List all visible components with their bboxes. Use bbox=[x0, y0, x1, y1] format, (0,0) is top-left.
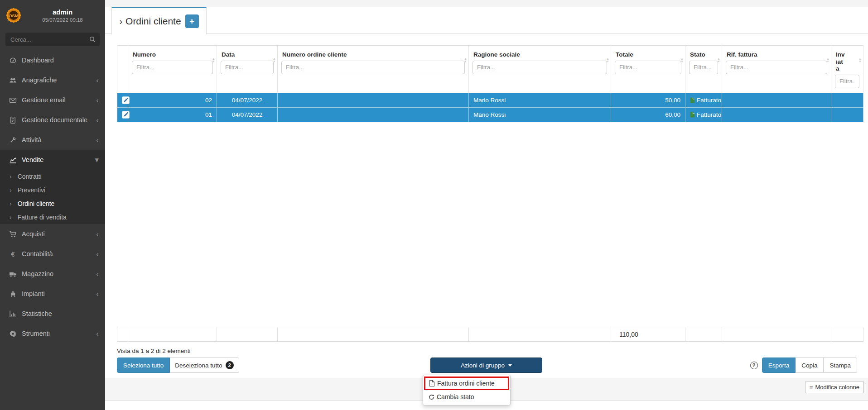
sidebar-item-dashboard[interactable]: Dashboard bbox=[0, 50, 105, 70]
sidebar-subitem-ordini-cliente[interactable]: ›Ordini cliente bbox=[0, 197, 105, 210]
copy-button[interactable]: Copia bbox=[796, 358, 824, 373]
col-header-rif-fattura[interactable]: Rif. fattura ▲▼ bbox=[722, 46, 831, 93]
filter-input-inviata[interactable] bbox=[835, 75, 859, 88]
cell-rif-fattura[interactable] bbox=[722, 93, 831, 107]
cell-inviata[interactable] bbox=[831, 93, 863, 107]
sidebar-item-label: Vendite bbox=[22, 156, 95, 163]
sidebar-item-impianti[interactable]: Impianti ‹ bbox=[0, 284, 105, 304]
col-header-numero[interactable]: Numero ▲▼ bbox=[128, 46, 217, 93]
sidebar-item-label: Gestione email bbox=[22, 96, 96, 104]
subitem-label: Preventivi bbox=[18, 186, 45, 194]
col-header-ragione-sociale[interactable]: Ragione sociale ▲▼ bbox=[469, 46, 611, 93]
sidebar-item-anagrafiche[interactable]: Anagrafiche ‹ bbox=[0, 70, 105, 90]
export-button[interactable]: Esporta bbox=[762, 358, 796, 373]
filter-input-stato[interactable] bbox=[689, 61, 718, 74]
cell-numero[interactable]: 02 bbox=[128, 93, 217, 107]
sidebar-item-vendite[interactable]: Vendite ▾ bbox=[0, 150, 105, 170]
col-header-edit bbox=[117, 46, 128, 93]
cell-edit[interactable] bbox=[117, 93, 128, 107]
sidebar-item-acquisti[interactable]: Acquisti ‹ bbox=[0, 224, 105, 244]
edit-columns-button[interactable]: ≡ Modifica colonne bbox=[805, 381, 864, 393]
filter-input-data[interactable] bbox=[221, 61, 274, 74]
footer-cell bbox=[722, 327, 831, 342]
column-label: Inviata bbox=[831, 46, 853, 75]
top-strip bbox=[105, 0, 868, 7]
sort-icon[interactable]: ▲▼ bbox=[606, 57, 609, 63]
menu-item-cambia-stato[interactable]: Cambia stato bbox=[423, 390, 510, 404]
edit-icon[interactable] bbox=[122, 96, 130, 104]
print-button[interactable]: Stampa bbox=[824, 358, 857, 373]
sidebar-item-statistiche[interactable]: Statistiche bbox=[0, 304, 105, 324]
sort-icon[interactable]: ▲▼ bbox=[680, 57, 684, 63]
filter-input-numero-ordine[interactable] bbox=[281, 61, 465, 74]
col-header-totale[interactable]: Totale ▲▼ bbox=[611, 46, 685, 93]
sidebar-item-gestione-documentale[interactable]: Gestione documentale ‹ bbox=[0, 110, 105, 130]
sidebar-item-gestione-email[interactable]: Gestione email ‹ bbox=[0, 90, 105, 110]
sort-icon[interactable]: ▲▼ bbox=[858, 57, 862, 63]
filter-input-rif-fattura[interactable] bbox=[726, 61, 827, 74]
sidebar-item-label: Strumenti bbox=[22, 330, 96, 337]
cell-ragione-sociale[interactable]: Mario Rossi bbox=[469, 107, 611, 122]
sort-icon[interactable]: ▲▼ bbox=[717, 57, 720, 63]
cell-inviata[interactable] bbox=[831, 107, 863, 122]
filter-input-numero[interactable] bbox=[132, 61, 213, 74]
deselect-all-label: Deseleziona tutto bbox=[175, 362, 222, 369]
sidebar-item-label: Magazzino bbox=[22, 270, 96, 277]
chevron-left-icon: ‹ bbox=[96, 330, 99, 338]
col-header-data[interactable]: Data ▲▼ bbox=[217, 46, 278, 93]
sidebar-item-label: Gestione documentale bbox=[22, 116, 96, 124]
cell-numero[interactable]: 01 bbox=[128, 107, 217, 122]
footer-cell bbox=[128, 327, 217, 342]
col-header-numero-ordine-cliente[interactable]: Numero ordine cliente ▲▼ bbox=[278, 46, 469, 93]
chevron-left-icon: ‹ bbox=[96, 96, 99, 104]
search-input[interactable] bbox=[5, 33, 100, 46]
chevron-right-icon: › bbox=[10, 186, 12, 194]
sidebar-item-magazzino[interactable]: Magazzino ‹ bbox=[0, 264, 105, 284]
help-icon[interactable]: ? bbox=[750, 362, 758, 369]
sidebar: OSM admin 05/07/2022 09:18 Dashboard Ana… bbox=[0, 0, 105, 410]
sidebar-subitem-contratti[interactable]: ›Contratti bbox=[0, 170, 105, 183]
filter-input-ragione-sociale[interactable] bbox=[473, 61, 607, 74]
envelope-icon bbox=[9, 96, 17, 104]
table-row[interactable]: 01 04/07/2022 Mario Rossi 60,00 Fatturat… bbox=[117, 107, 863, 122]
cell-data[interactable]: 04/07/2022 bbox=[217, 107, 278, 122]
tab-chevron-icon: › bbox=[119, 16, 122, 27]
sort-icon[interactable]: ▲▼ bbox=[212, 57, 215, 63]
select-all-button[interactable]: Seleziona tutto bbox=[117, 358, 170, 373]
sort-icon[interactable]: ▲▼ bbox=[273, 57, 276, 63]
sidebar-subitem-fatture-di-vendita[interactable]: ›Fatture di vendita bbox=[0, 210, 105, 224]
cell-numero-ordine[interactable] bbox=[278, 93, 469, 107]
col-header-stato[interactable]: Stato ▲▼ bbox=[685, 46, 722, 93]
deselect-all-button[interactable]: Deseleziona tutto 2 bbox=[170, 358, 239, 373]
cell-stato[interactable]: Fatturato bbox=[685, 107, 722, 122]
column-label: Data bbox=[217, 46, 277, 61]
sidebar-item-attivita[interactable]: Attività ‹ bbox=[0, 130, 105, 150]
menu-item-label: Fattura ordini cliente bbox=[437, 380, 495, 387]
sidebar-item-strumenti[interactable]: Strumenti ‹ bbox=[0, 324, 105, 343]
sort-icon[interactable]: ▲▼ bbox=[464, 57, 467, 63]
cell-rif-fattura[interactable] bbox=[722, 107, 831, 122]
search-icon[interactable] bbox=[89, 36, 96, 43]
add-order-button[interactable]: + bbox=[185, 14, 199, 28]
cell-edit[interactable] bbox=[117, 107, 128, 122]
cell-ragione-sociale[interactable]: Mario Rossi bbox=[469, 93, 611, 107]
chevron-left-icon: ‹ bbox=[96, 290, 99, 298]
sidebar-subitem-preventivi[interactable]: ›Preventivi bbox=[0, 183, 105, 197]
table-row[interactable]: 02 04/07/2022 Mario Rossi 50,00 Fatturat… bbox=[117, 93, 863, 107]
cell-totale[interactable]: 50,00 bbox=[611, 93, 685, 107]
menu-item-fattura-ordini-cliente[interactable]: Fattura ordini cliente bbox=[424, 377, 509, 390]
col-header-inviata[interactable]: Inviata ▲▼ bbox=[831, 46, 863, 93]
edit-icon[interactable] bbox=[122, 111, 130, 119]
tab-ordini-cliente[interactable]: › Ordini cliente + bbox=[111, 7, 207, 34]
group-actions-button[interactable]: Azioni di gruppo bbox=[430, 358, 542, 373]
menu-item-label: Cambia stato bbox=[437, 393, 474, 400]
sort-icon[interactable]: ▲▼ bbox=[826, 57, 829, 63]
filter-input-totale[interactable] bbox=[615, 61, 681, 74]
wrench-icon bbox=[9, 136, 17, 144]
cell-totale[interactable]: 60,00 bbox=[611, 107, 685, 122]
cell-numero-ordine[interactable] bbox=[278, 107, 469, 122]
sidebar-item-contabilita[interactable]: € Contabilità ‹ bbox=[0, 244, 105, 264]
cell-stato[interactable]: Fatturato bbox=[685, 93, 722, 107]
cell-data[interactable]: 04/07/2022 bbox=[217, 93, 278, 107]
user-name: admin bbox=[24, 8, 101, 16]
